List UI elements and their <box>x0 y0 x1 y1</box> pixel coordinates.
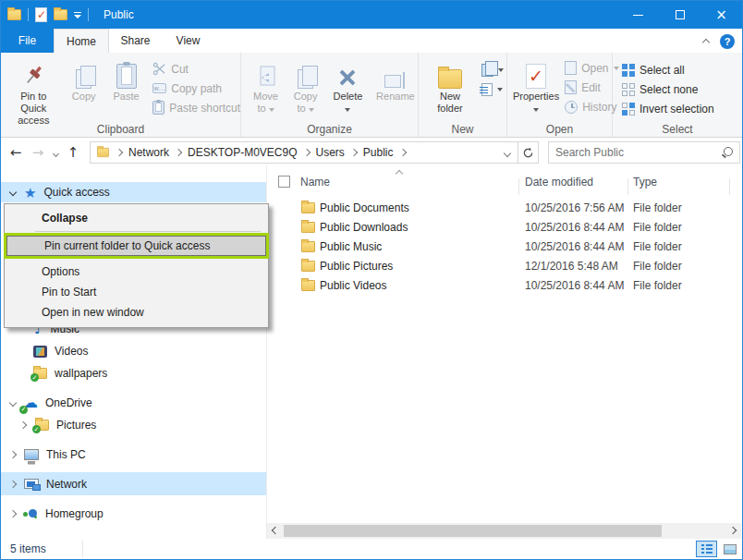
delete-button[interactable]: Delete <box>328 56 368 115</box>
new-folder-qat-icon[interactable] <box>54 9 67 20</box>
breadcrumb-public[interactable]: Public <box>363 146 394 159</box>
sidebar-item-pictures[interactable]: Pictures <box>1 414 266 436</box>
rename-button[interactable]: Rename <box>373 56 418 115</box>
details-view-button[interactable] <box>696 541 717 557</box>
sidebar-item-homegroup[interactable]: Homegroup <box>1 503 266 525</box>
cut-button[interactable]: Cut <box>152 59 240 79</box>
expand-chevron-icon[interactable] <box>9 510 17 517</box>
tab-file[interactable]: File <box>1 29 54 53</box>
file-row[interactable]: Public Documents 10/25/2016 7:56 AM File… <box>267 199 741 218</box>
collapse-chevron-icon[interactable] <box>9 399 17 407</box>
thumbnails-view-button[interactable] <box>719 541 740 557</box>
sidebar-item-onedrive[interactable]: ☁ OneDrive <box>1 392 266 414</box>
column-date-modified[interactable]: Date modified <box>525 176 593 189</box>
easy-access-button[interactable] <box>481 60 504 79</box>
search-icon[interactable] <box>721 147 733 159</box>
group-label-organize: Organize <box>241 123 418 136</box>
horizontal-scrollbar[interactable] <box>267 523 741 539</box>
select-all-checkbox[interactable] <box>278 176 290 188</box>
menu-item-pin-current-folder[interactable]: Pin current folder to Quick access <box>6 236 266 256</box>
minimize-button[interactable] <box>617 1 659 29</box>
open-button[interactable]: Open <box>565 58 618 78</box>
edit-button[interactable]: Edit <box>565 78 618 97</box>
scroll-right-icon[interactable] <box>729 527 737 534</box>
column-name[interactable]: Name <box>300 176 330 189</box>
sidebar-item-network[interactable]: Network <box>1 472 266 495</box>
breadcrumb-computer[interactable]: DESKTOP-M0VEC9Q <box>188 146 297 159</box>
expand-chevron-icon[interactable] <box>19 421 27 429</box>
column-resize-handle[interactable] <box>627 178 628 195</box>
breadcrumb-chevron-icon[interactable] <box>116 149 123 156</box>
paste-shortcut-button[interactable]: Paste shortcut <box>152 98 240 117</box>
collapse-chevron-icon[interactable] <box>9 189 17 196</box>
column-resize-handle[interactable] <box>518 178 519 195</box>
expand-chevron-icon[interactable] <box>9 451 17 458</box>
file-row[interactable]: Public Pictures 12/1/2016 5:48 AM File f… <box>267 257 741 276</box>
file-name[interactable]: Public Music <box>320 240 382 253</box>
menu-item-collapse[interactable]: Collapse <box>5 208 268 228</box>
customize-qat-icon[interactable] <box>74 15 81 18</box>
refresh-button[interactable] <box>518 141 539 164</box>
menu-item-open-new-window[interactable]: Open in new window <box>5 302 268 323</box>
pin-to-quick-access-button[interactable]: Pin to Quick access <box>8 56 59 127</box>
column-type[interactable]: Type <box>633 176 657 189</box>
properties-qat-icon[interactable] <box>35 7 47 22</box>
search-box[interactable] <box>548 141 740 164</box>
file-row[interactable]: Public Music 10/25/2016 8:44 AM File fol… <box>267 237 741 257</box>
menu-item-pin-to-start[interactable]: Pin to Start <box>5 282 268 302</box>
breadcrumb-chevron-icon[interactable] <box>350 149 358 156</box>
sidebar-item-wallpapers[interactable]: wallpapers <box>1 362 266 384</box>
expand-chevron-icon[interactable] <box>9 480 17 487</box>
breadcrumb-chevron-icon[interactable] <box>175 149 182 156</box>
file-name[interactable]: Public Pictures <box>320 260 393 273</box>
status-bar: 5 items <box>1 539 742 559</box>
new-folder-button[interactable]: New folder <box>426 56 474 115</box>
tab-view[interactable]: View <box>162 29 214 53</box>
file-row[interactable]: Public Videos 10/25/2016 8:44 AM File fo… <box>267 276 741 296</box>
copy-path-button[interactable]: w... Copy path <box>152 79 240 98</box>
column-resize-handle[interactable] <box>729 178 730 195</box>
status-separator <box>82 541 83 557</box>
help-button[interactable]: ? <box>720 34 735 49</box>
file-name[interactable]: Public Documents <box>320 201 409 214</box>
new-item-button[interactable] <box>481 79 504 99</box>
paste-button[interactable]: Paste <box>109 56 144 127</box>
move-to-button[interactable]: Move to <box>249 56 283 115</box>
breadcrumb-chevron-icon[interactable] <box>302 149 310 156</box>
videos-icon <box>33 346 47 358</box>
breadcrumb-network[interactable]: Network <box>128 146 169 159</box>
forward-button[interactable]: → <box>27 144 49 161</box>
breadcrumb-users[interactable]: Users <box>316 146 345 159</box>
group-label-open: Open <box>507 123 612 136</box>
up-button[interactable]: ↑ <box>62 144 84 161</box>
address-dropdown-icon[interactable] <box>504 150 511 157</box>
group-clipboard: Pin to Quick access Copy Paste Cut <box>1 53 241 137</box>
navigation-bar: ← → ↑ Network DESKTOP-M0VEC9Q Users Publ… <box>1 140 742 165</box>
close-button[interactable]: × <box>700 1 742 29</box>
sidebar-item-videos[interactable]: Videos <box>1 340 266 362</box>
tab-share[interactable]: Share <box>109 29 162 53</box>
this-pc-icon <box>24 449 39 460</box>
select-none-button[interactable]: Select none <box>622 79 742 99</box>
address-bar[interactable]: Network DESKTOP-M0VEC9Q Users Public <box>90 141 518 164</box>
sidebar-item-quick-access[interactable]: ★ Quick access <box>1 182 266 202</box>
breadcrumb-chevron-icon[interactable] <box>398 149 406 156</box>
tab-home[interactable]: Home <box>54 29 109 53</box>
menu-item-options[interactable]: Options <box>5 262 268 282</box>
history-button[interactable]: History <box>565 97 618 116</box>
copy-button[interactable]: Copy <box>68 56 100 127</box>
file-name[interactable]: Public Videos <box>320 279 387 292</box>
recent-locations-button[interactable] <box>49 146 62 159</box>
scroll-left-icon[interactable] <box>272 527 279 534</box>
file-row[interactable]: Public Downloads 10/25/2016 8:44 AM File… <box>267 218 741 237</box>
maximize-button[interactable] <box>659 1 700 29</box>
select-all-button[interactable]: Select all <box>622 60 742 79</box>
search-input[interactable] <box>555 146 721 159</box>
back-button[interactable]: ← <box>5 144 27 161</box>
invert-selection-button[interactable]: Invert selection <box>622 99 742 118</box>
file-name[interactable]: Public Downloads <box>320 221 408 234</box>
properties-button[interactable]: Properties <box>513 56 559 116</box>
scrollbar-thumb[interactable] <box>284 525 662 537</box>
sidebar-item-this-pc[interactable]: This PC <box>1 444 266 466</box>
copy-to-button[interactable]: Copy to <box>288 56 323 115</box>
